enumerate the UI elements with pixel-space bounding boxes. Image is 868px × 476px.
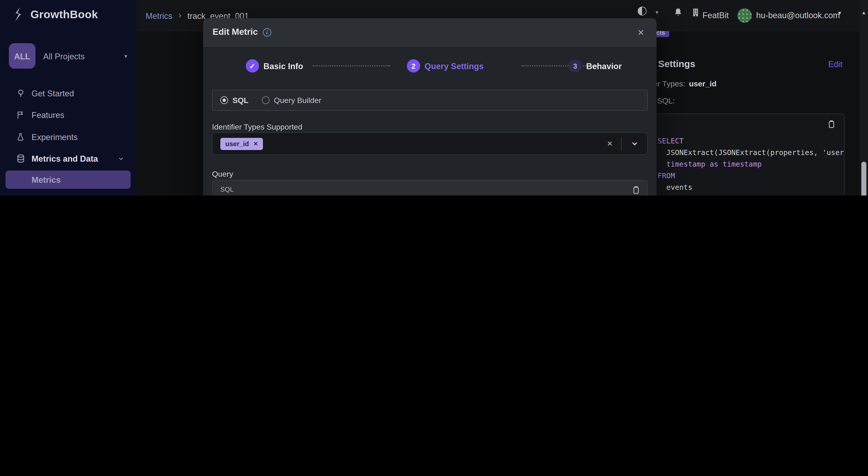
step-1-circle[interactable]: ✓ <box>246 59 259 72</box>
flask-icon <box>15 132 26 141</box>
step-connector <box>313 65 390 66</box>
sidebar-item-features[interactable]: Features <box>0 107 136 122</box>
database-icon <box>15 154 26 163</box>
sql-editor-panel: SQL ▲ ▼ 1SELECT2 JSONExtract(JSONExtract… <box>212 180 648 196</box>
org-name[interactable]: FeatBit <box>703 10 729 20</box>
radio-sql[interactable] <box>220 96 228 104</box>
close-icon[interactable]: ✕ <box>637 28 644 38</box>
growthbook-logo[interactable]: GrowthBook <box>12 7 98 22</box>
identifier-types-label: Identifier Types Supported <box>212 122 302 131</box>
identifier-tag: user_id ✕ <box>220 138 263 150</box>
query-mode-radio-group: SQL Query Builder <box>212 90 648 111</box>
check-icon: ✓ <box>249 62 255 70</box>
flag-icon <box>15 110 26 119</box>
sidebar-item-label: Experiments <box>32 132 78 141</box>
breadcrumb-separator: › <box>178 10 181 21</box>
sidebar-item-get-started[interactable]: Get Started <box>0 85 136 101</box>
project-selector-label: All Projects <box>43 51 124 60</box>
clear-icon[interactable]: ✕ <box>607 140 613 148</box>
info-icon[interactable]: i <box>263 28 271 36</box>
radio-sql-label[interactable]: SQL <box>232 96 248 105</box>
copy-icon[interactable] <box>631 185 641 195</box>
sidebar-item-metrics[interactable]: Metrics <box>5 171 130 189</box>
sql-line: FROM <box>657 170 848 182</box>
sidebar-item-label: Metrics and Data <box>32 154 98 163</box>
project-selector[interactable]: ALL All Projects ▾ <box>9 43 127 69</box>
app-root: GrowthBook ALL All Projects ▾ Get Starte… <box>0 0 868 196</box>
caret-down-icon[interactable]: ▾ <box>655 9 658 16</box>
sidebar-item-metrics-and-data[interactable]: Metrics and Data <box>0 150 136 166</box>
sql-editor-header-label: SQL <box>220 185 234 193</box>
app-title: GrowthBook <box>30 8 98 21</box>
identifier-types-select[interactable]: user_id ✕ ✕ <box>212 132 648 155</box>
select-divider <box>621 137 622 151</box>
sql-editor-header: SQL <box>213 180 647 196</box>
sidebar-item-label: Metrics <box>32 175 61 184</box>
identifier-tag-label: user_id <box>225 140 249 148</box>
lightbulb-icon <box>15 88 26 97</box>
avatar[interactable] <box>737 8 752 23</box>
query-settings-edit-link[interactable]: Edit <box>828 59 842 69</box>
step-2-label[interactable]: Query Settings <box>425 61 484 71</box>
step-1-label[interactable]: Basic Info <box>264 61 303 71</box>
sidebar-item-label: Get Started <box>32 88 74 97</box>
sql-line: SELECT <box>657 135 848 147</box>
page-scrollbar-thumb[interactable] <box>861 161 866 196</box>
sidebar-item-fact-tables[interactable]: Fact Tables beta <box>0 194 136 196</box>
breadcrumb-metrics-link[interactable]: Metrics <box>146 11 173 20</box>
growthbook-logo-icon <box>12 7 26 22</box>
modal-header: Edit Metric i ✕ <box>203 18 657 47</box>
bell-icon[interactable] <box>673 7 683 18</box>
project-badge: ALL <box>9 43 35 69</box>
step-3-label[interactable]: Behavior <box>586 61 622 71</box>
sql-line: JSONExtract(JSONExtract(properties, 'use… <box>657 147 848 158</box>
sidebar-item-experiments[interactable]: Experiments <box>0 129 136 144</box>
radio-query-builder[interactable] <box>262 96 270 104</box>
edit-metric-modal: Edit Metric i ✕ ✓ Basic Info 2 Query Set… <box>203 18 657 196</box>
caret-down-icon: ▾ <box>124 52 127 60</box>
page-scrollbar-track[interactable]: ▲ ▼ <box>860 0 868 196</box>
scroll-up-arrow-icon[interactable]: ▲ <box>860 10 868 16</box>
radio-query-builder-label[interactable]: Query Builder <box>274 96 321 105</box>
modal-title: Edit Metric <box>213 27 258 37</box>
metric-sql-code: SELECT JSONExtract(JSONExtract(propertie… <box>657 135 848 196</box>
sql-line: WHERE <box>657 193 848 196</box>
sql-line: events <box>657 182 848 193</box>
identifier-types-value: user_id <box>689 79 716 88</box>
building-icon <box>691 8 700 17</box>
user-email[interactable]: hu-beau@outlook.com <box>756 10 840 20</box>
query-label: Query <box>212 169 233 178</box>
chevron-down-icon[interactable] <box>631 140 639 147</box>
step-2-circle[interactable]: 2 <box>407 59 420 72</box>
caret-down-icon[interactable]: ▾ <box>838 9 841 17</box>
sidebar: GrowthBook ALL All Projects ▾ Get Starte… <box>0 0 136 196</box>
chevron-down-icon <box>118 155 124 161</box>
step-3-circle[interactable]: 3 <box>568 59 582 72</box>
sidebar-item-label: Features <box>32 110 64 119</box>
sql-line: timestamp as timestamp <box>657 158 848 170</box>
theme-toggle-icon[interactable] <box>638 7 647 16</box>
copy-icon[interactable] <box>827 119 861 129</box>
remove-tag-icon[interactable]: ✕ <box>253 141 258 147</box>
